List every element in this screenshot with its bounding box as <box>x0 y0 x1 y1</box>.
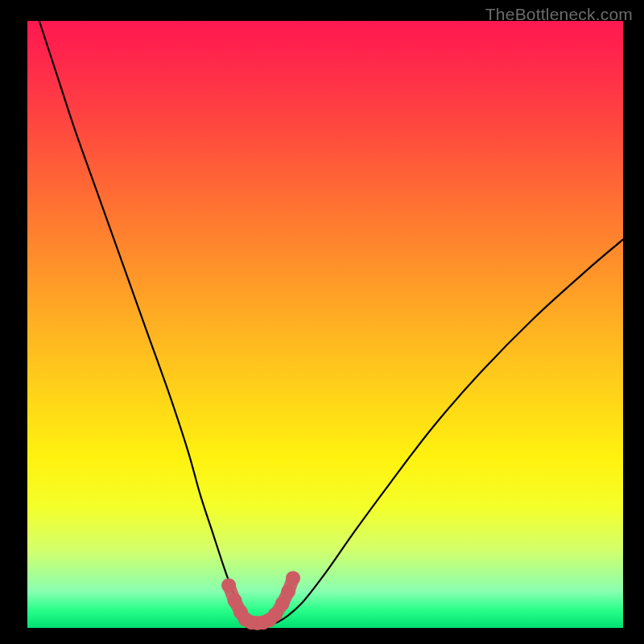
minimum-marker-group <box>221 571 300 630</box>
minimum-marker-dot <box>286 571 300 585</box>
minimum-marker-dot <box>221 578 236 592</box>
bottleneck-curve-path <box>39 21 623 625</box>
minimum-marker-dot <box>281 584 295 599</box>
chart-svg <box>0 0 644 644</box>
chart-frame: TheBottleneck.com <box>0 0 644 644</box>
